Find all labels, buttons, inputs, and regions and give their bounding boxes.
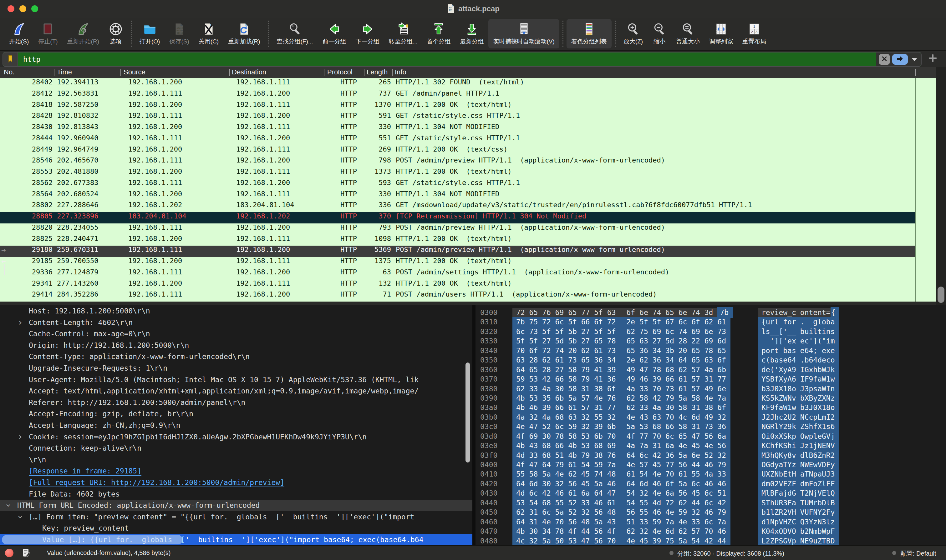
hex-row[interactable]: 04804c 32 5a 50 53 47 56 704e 45 39 75 5… — [475, 536, 946, 546]
packet-row[interactable]: 28412192.563831192.168.1.111192.168.1.20… — [0, 89, 915, 101]
hex-row[interactable]: 03305f 5f 27 5d 5b 27 65 7865 63 27 5d 2… — [475, 336, 946, 346]
detail-link[interactable]: [Full request URI: http://192.168.1.200:… — [0, 477, 472, 488]
detail-tree-row[interactable]: Value […]: {{url_for.__globals__['__buil… — [0, 534, 472, 546]
packet-row[interactable]: 28418192.587250192.168.1.200192.168.1.11… — [0, 101, 915, 112]
hex-row[interactable]: 037059 53 42 66 58 79 41 3649 46 39 66 6… — [475, 374, 946, 384]
column-separator[interactable] — [54, 69, 54, 76]
column-header-protocol[interactable]: Protocol — [327, 68, 353, 76]
detail-tree-row[interactable]: Key: preview_content — [0, 523, 472, 534]
toolbar-button-zoom-in[interactable]: 放大(Z) — [619, 19, 648, 48]
detail-tree-row[interactable]: ›HTML Form URL Encoded: application/x-ww… — [0, 500, 472, 511]
hex-row[interactable]: 035063 28 62 61 73 65 36 342e 62 36 34 6… — [475, 355, 946, 365]
filter-add-button[interactable] — [927, 53, 938, 65]
packet-row[interactable]: 28428192.810832192.168.1.111192.168.1.20… — [0, 112, 915, 123]
detail-tree-row[interactable]: Connection: keep-alive\r\n — [0, 443, 472, 454]
packet-row[interactable]: 28449192.964749192.168.1.200192.168.1.11… — [0, 145, 915, 157]
hex-row[interactable]: 046064 31 4e 70 56 48 5a 4351 33 59 7a 4… — [475, 517, 946, 526]
hex-row[interactable]: 034070 6f 72 74 20 62 61 7365 36 34 3b 2… — [475, 346, 946, 355]
detail-tree-row[interactable]: ›Cookie: session=eyJpc19hZG1pbiI6dHJ1ZX0… — [0, 431, 472, 443]
toolbar-button-prev-packet[interactable]: 前一分组 — [318, 19, 351, 48]
hex-row[interactable]: 04704b 30 34 78 4f 44 56 4f62 32 4e 6d 6… — [475, 526, 946, 536]
pane-divider[interactable] — [472, 305, 475, 545]
detail-tree-row[interactable]: File Data: 4602 bytes — [0, 488, 472, 500]
toolbar-button-resize-columns[interactable]: 调整列宽 — [704, 19, 738, 48]
column-header-time[interactable]: Time — [57, 68, 72, 76]
packet-row[interactable]: 28825228.240471192.168.1.200192.168.1.11… — [0, 235, 915, 246]
expand-arrow-icon[interactable]: › — [17, 317, 23, 328]
column-separator[interactable] — [364, 69, 364, 76]
detail-tree-row[interactable]: Host: 192.168.1.200:5000\r\n — [0, 305, 472, 317]
detail-tree-row[interactable]: ›Content-Length: 4602\r\n — [0, 317, 472, 328]
detail-tree-row[interactable]: ›[…] Form item: "preview_content" = "{{u… — [0, 511, 472, 523]
expand-arrow-icon[interactable]: › — [17, 431, 23, 443]
hex-row[interactable]: 038062 33 4a 30 58 31 38 6f4a 33 70 73 6… — [475, 384, 946, 394]
filter-clear-button[interactable] — [879, 54, 890, 65]
hex-row[interactable]: 04304d 6c 42 46 61 6a 64 4754 32 4e 6a 5… — [475, 488, 946, 498]
toolbar-button-last-packet[interactable]: 最新分组 — [455, 19, 488, 48]
filter-apply-button[interactable] — [892, 54, 908, 65]
detail-tree-row[interactable]: Accept: text/html,application/xhtml+xml,… — [0, 385, 472, 397]
packet-row[interactable]: 28402192.394113192.168.1.200192.168.1.11… — [0, 78, 915, 89]
packet-row[interactable]: 28430192.813843192.168.1.200192.168.1.11… — [0, 123, 915, 134]
packet-list-scrollbar-thumb[interactable] — [938, 286, 944, 303]
expand-arrow-icon[interactable]: › — [14, 514, 26, 520]
detail-tree-row[interactable]: Accept-Language: zh-CN,zh;q=0.9\r\n — [0, 420, 472, 431]
hex-row[interactable]: 03b04a 32 4a 68 63 32 55 324e 43 63 70 4… — [475, 412, 946, 422]
detail-tree-row[interactable]: \r\n — [0, 454, 472, 466]
toolbar-button-zoom-normal[interactable]: 普通大小 — [671, 19, 704, 48]
hex-row[interactable]: 044053 54 68 55 52 33 46 6154 55 4d 72 6… — [475, 498, 946, 508]
toolbar-button-capture-options-gear[interactable]: 选项 — [104, 19, 128, 48]
packet-row[interactable]: 29341277.143260192.168.1.200192.168.1.11… — [0, 279, 915, 291]
detail-scrollbar-thumb[interactable] — [466, 363, 470, 463]
hex-row[interactable]: 03e04b 43 68 66 4b 53 68 694a 7a 31 6a 4… — [475, 441, 946, 450]
profile-text[interactable]: 配置: Default — [900, 549, 936, 558]
column-header-destination[interactable]: Destination — [232, 68, 266, 76]
column-header-info[interactable]: Info — [395, 68, 406, 76]
column-header-source[interactable]: Source — [123, 68, 145, 76]
filter-bookmark-button[interactable] — [3, 52, 18, 66]
packet-row[interactable]: 28562202.677383192.168.1.111192.168.1.20… — [0, 179, 915, 190]
packet-row[interactable]: 28444192.960940192.168.1.111192.168.1.20… — [0, 134, 915, 145]
display-filter-input[interactable]: http — [18, 52, 876, 66]
packet-row[interactable]: 28553202.481880192.168.1.200192.168.1.11… — [0, 168, 915, 179]
hex-row[interactable]: 036064 65 28 27 58 79 41 3949 47 78 68 6… — [475, 365, 946, 374]
zoom-window-button[interactable] — [31, 5, 38, 12]
toolbar-button-next-packet[interactable]: 下一分组 — [351, 19, 384, 48]
toolbar-button-find-packet[interactable]: 查找分组(F)... — [272, 19, 318, 48]
toolbar-button-open-folder[interactable]: 打开(O) — [135, 19, 165, 48]
hex-row[interactable]: 042064 6d 30 32 56 45 5a 4664 6d 46 6f 5… — [475, 479, 946, 488]
toolbar-button-goto-packet[interactable]: 转至分组... — [384, 19, 422, 48]
expand-arrow-icon[interactable]: › — [3, 503, 14, 508]
column-header-no[interactable]: No. — [4, 68, 14, 76]
capture-comment-icon[interactable] — [22, 548, 31, 557]
toolbar-button-autoscroll[interactable]: 实时捕获时自动滚动(V) — [488, 19, 559, 48]
minimize-window-button[interactable] — [19, 5, 26, 12]
hex-row[interactable]: 03107b 75 72 6c 5f 66 6f 722e 5f 5f 67 6… — [475, 317, 946, 326]
hex-row[interactable]: 03206c 73 5f 5f 5b 27 5f 5f62 75 69 6c 7… — [475, 327, 946, 336]
column-separator[interactable] — [392, 69, 393, 76]
hex-row[interactable]: 045062 31 6c 5a 52 32 56 4856 55 46 4e 5… — [475, 508, 946, 517]
column-separator[interactable] — [915, 69, 916, 76]
detail-tree-row[interactable]: Origin: http://192.168.1.200:5000\r\n — [0, 340, 472, 351]
hex-row[interactable]: 03c04e 47 52 6c 59 32 39 6b5a 53 68 66 5… — [475, 422, 946, 431]
hex-row[interactable]: 04004f 47 64 79 61 54 59 7a4e 57 45 77 5… — [475, 460, 946, 469]
packet-row[interactable]: 28805227.323896183.204.81.104192.168.1.2… — [0, 212, 915, 223]
toolbar-button-wireshark-start[interactable]: 开始(S) — [5, 19, 34, 48]
packet-row[interactable]: 29336277.124879192.168.1.111192.168.1.20… — [0, 268, 915, 279]
hex-row[interactable]: 03f04d 33 68 51 4b 79 38 7664 6c 42 36 5… — [475, 451, 946, 460]
hex-row[interactable]: 03d04f 69 30 78 58 53 6b 704f 77 70 6c 6… — [475, 432, 946, 441]
hex-row[interactable]: 030072 65 76 69 65 77 5f 636f 6e 74 65 6… — [475, 308, 946, 317]
column-separator[interactable] — [324, 69, 324, 76]
hex-row[interactable]: 03904b 53 35 6b 5a 57 4e 7662 58 42 79 5… — [475, 394, 946, 403]
toolbar-button-close-file[interactable]: 关闭(C) — [194, 19, 223, 48]
column-separator[interactable] — [120, 69, 121, 76]
packet-list-scrollbar[interactable] — [936, 67, 946, 305]
toolbar-button-reset-layout[interactable]: 123重置布局 — [738, 19, 771, 48]
packet-row[interactable]: 28546202.465670192.168.1.111192.168.1.20… — [0, 156, 915, 168]
expert-info-icon[interactable] — [5, 549, 14, 557]
detail-tree-row[interactable]: User-Agent: Mozilla/5.0 (Macintosh; Inte… — [0, 374, 472, 386]
toolbar-button-zoom-out[interactable]: 缩小 — [648, 19, 671, 48]
detail-link[interactable]: [Response in frame: 29185] — [0, 465, 472, 477]
detail-tree-row[interactable]: Content-Type: application/x-www-form-url… — [0, 351, 472, 363]
detail-tree-row[interactable]: Referer: http://192.168.1.200:5000/admin… — [0, 397, 472, 408]
